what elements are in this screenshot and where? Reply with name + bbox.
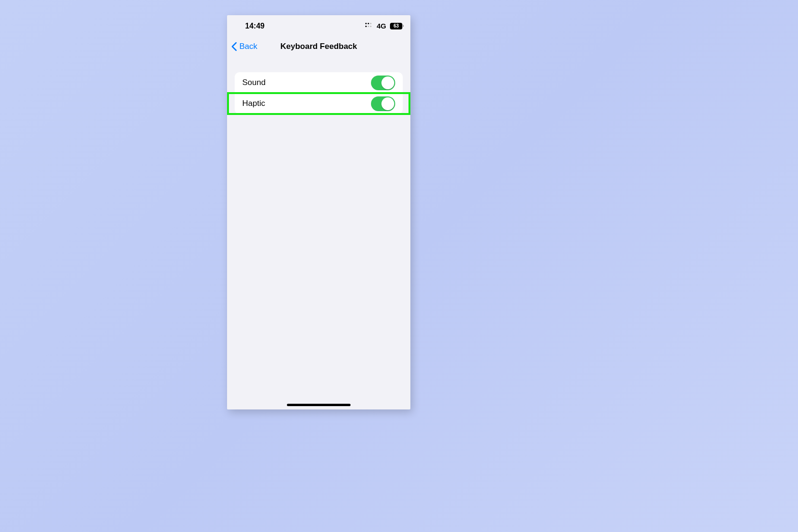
home-indicator[interactable]	[287, 404, 351, 406]
battery-level: 63	[390, 23, 402, 29]
setting-row-haptic: Haptic	[235, 93, 403, 114]
settings-list: Sound Haptic	[235, 72, 403, 114]
navigation-bar: Back Keyboard Feedback	[227, 36, 410, 57]
haptic-toggle[interactable]	[371, 96, 395, 111]
phone-frame: 14:49 4G 63 Back Keyboard	[227, 15, 410, 409]
status-right-cluster: 4G 63	[365, 22, 404, 30]
setting-row-label: Sound	[242, 78, 266, 87]
sound-toggle[interactable]	[371, 76, 395, 90]
chevron-left-icon	[231, 42, 238, 51]
setting-row-sound: Sound	[235, 72, 403, 93]
dual-sim-signal-icon	[365, 23, 374, 29]
back-button-label: Back	[239, 42, 257, 51]
status-bar: 14:49 4G 63	[227, 15, 410, 36]
network-type-label: 4G	[377, 22, 386, 30]
back-button[interactable]: Back	[231, 36, 257, 57]
background-stage: 14:49 4G 63 Back Keyboard	[0, 0, 798, 532]
setting-row-label: Haptic	[242, 99, 265, 108]
status-time: 14:49	[245, 22, 265, 30]
battery-indicator: 63	[390, 23, 404, 29]
